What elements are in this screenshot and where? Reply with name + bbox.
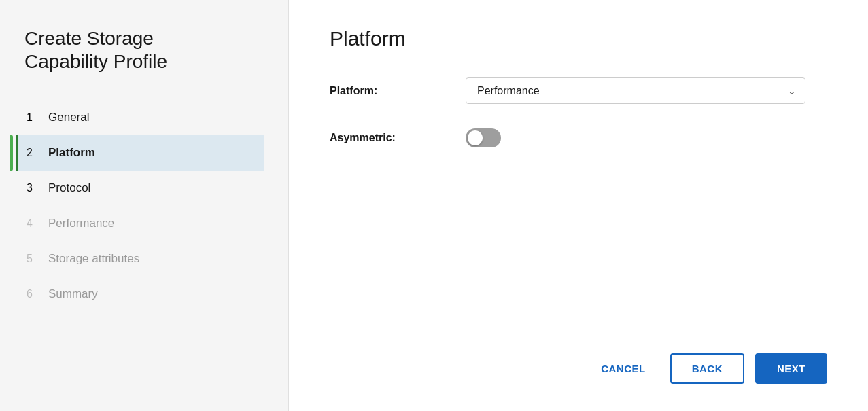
cancel-button[interactable]: CANCEL (587, 355, 659, 382)
asymmetric-row: Asymmetric: (330, 128, 827, 147)
step-label-summary: Summary (48, 287, 98, 301)
asymmetric-label: Asymmetric: (330, 132, 466, 144)
step-number-6: 6 (27, 288, 40, 300)
footer-buttons: CANCEL BACK NEXT (330, 340, 827, 384)
toggle-thumb (468, 130, 483, 145)
step-item-storage-attributes[interactable]: 5 Storage attributes (16, 241, 264, 276)
step-item-general[interactable]: 1 General (16, 100, 264, 135)
steps-list: 1 General 2 Platform 3 Protocol 4 Perfor… (24, 100, 264, 312)
step-item-performance[interactable]: 4 Performance (16, 206, 264, 241)
platform-row: Platform: Performance All-Flash FAS Flas… (330, 77, 827, 104)
step-label-platform: Platform (48, 146, 95, 160)
step-number-3: 3 (27, 182, 40, 194)
platform-select[interactable]: Performance All-Flash FAS Flash Pool Hyb… (466, 77, 805, 104)
step-number-5: 5 (27, 253, 40, 265)
step-label-general: General (48, 111, 89, 124)
step-label-storage-attributes: Storage attributes (48, 252, 139, 266)
step-item-protocol[interactable]: 3 Protocol (16, 171, 264, 206)
back-button[interactable]: BACK (670, 353, 744, 384)
step-number-2: 2 (27, 147, 40, 159)
sidebar-title: Create StorageCapability Profile (24, 27, 264, 73)
platform-select-wrapper: Performance All-Flash FAS Flash Pool Hyb… (466, 77, 805, 104)
step-number-4: 4 (27, 217, 40, 230)
platform-label: Platform: (330, 85, 466, 97)
next-button[interactable]: NEXT (755, 353, 827, 384)
step-item-platform[interactable]: 2 Platform (16, 135, 264, 171)
step-label-protocol: Protocol (48, 181, 90, 195)
form-area: Platform: Performance All-Flash FAS Flas… (330, 77, 827, 340)
step-label-performance: Performance (48, 217, 114, 230)
asymmetric-toggle-wrapper (466, 128, 501, 147)
sidebar: Create StorageCapability Profile 1 Gener… (0, 0, 289, 411)
step-number-1: 1 (27, 111, 40, 124)
step-item-summary[interactable]: 6 Summary (16, 276, 264, 312)
asymmetric-toggle[interactable] (466, 128, 501, 147)
main-content: Platform Platform: Performance All-Flash… (289, 0, 868, 411)
page-title: Platform (330, 27, 827, 50)
